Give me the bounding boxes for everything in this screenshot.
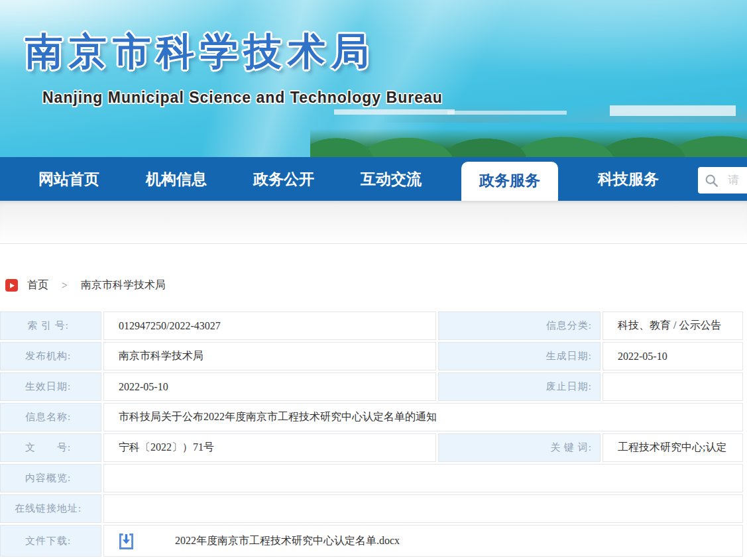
overview-label: 内容概览: [0,464,101,492]
table-row: 索 引 号: 012947250/2022-43027 信息分类: 科技、教育 … [0,311,743,340]
main-nav: 网站首页 机构信息 政务公开 互动交流 政务服务 科技服务 [0,157,747,201]
keywords-value: 工程技术研究中心;认定 [603,433,743,462]
created-date-value: 2022-05-10 [603,342,743,370]
doc-number-value: 宁科〔2022〕）71号 [103,433,436,462]
info-category-label: 信息分类: [438,311,601,340]
document-info-table: 索 引 号: 012947250/2022-43027 信息分类: 科技、教育 … [0,309,745,559]
download-icon[interactable] [119,533,134,550]
header-banner: 南京市科学技术局 Nanjing Municipal Science and T… [0,0,747,157]
table-row: 信息名称: 市科技局关于公布2022年度南京市工程技术研究中心认定名单的通知 [0,403,743,431]
index-number-value: 012947250/2022-43027 [103,311,436,340]
table-row: 内容概览: [0,464,743,492]
file-download-label: 文件下载: [0,525,101,557]
banner-treeline [310,108,747,157]
breadcrumb: 首页 > 南京市科学技术局 [5,278,166,292]
nav-item-gov-services-active[interactable]: 政务服务 [461,162,558,207]
search-input[interactable] [726,173,747,188]
keywords-label: 关 键 词: [438,433,601,462]
table-row: 文 号: 宁科〔2022〕）71号 关 键 词: 工程技术研究中心;认定 [0,433,743,462]
info-name-value: 市科技局关于公布2022年度南京市工程技术研究中心认定名单的通知 [103,403,743,431]
effective-date-label: 生效日期: [0,372,101,401]
issuer-value: 南京市科学技术局 [103,342,436,370]
breadcrumb-home-link[interactable]: 首页 [27,278,48,292]
site-title: 南京市科学技术局 [25,27,375,78]
nav-item-home[interactable]: 网站首页 [32,157,106,201]
download-file-link[interactable]: 2022年度南京市工程技术研究中心认定名单.docx [175,534,400,548]
info-category-value: 科技、教育 / 公示公告 [603,311,743,340]
table-row: 在线链接地址: [0,494,743,523]
index-number-label: 索 引 号: [0,311,101,340]
doc-number-label: 文 号: [0,433,101,462]
repeal-date-label: 废止日期: [438,372,601,401]
overview-value [103,464,743,492]
breadcrumb-current: 南京市科学技术局 [81,278,166,292]
repeal-date-value [603,372,743,401]
table-row: 发布机构: 南京市科学技术局 生成日期: 2022-05-10 [0,342,743,370]
secondary-menu-strip [0,201,747,244]
breadcrumb-separator: > [62,280,68,292]
site-title-english: Nanjing Municipal Science and Technology… [42,89,443,107]
online-link-value [103,494,743,523]
issuer-label: 发布机构: [0,342,101,370]
created-date-label: 生成日期: [438,342,601,370]
effective-date-value: 2022-05-10 [103,372,436,401]
nav-item-org-info[interactable]: 机构信息 [139,157,213,201]
online-link-label: 在线链接地址: [0,494,101,523]
nav-item-gov-disclosure[interactable]: 政务公开 [247,157,321,201]
nav-item-interaction[interactable]: 互动交流 [354,157,428,201]
table-row: 文件下载: 2022年度南京市工程技术研究中心认定名单.docx [0,525,743,557]
search-icon[interactable] [705,174,718,188]
nav-item-tech-services[interactable]: 科技服务 [591,157,665,201]
table-row: 生效日期: 2022-05-10 废止日期: [0,372,743,401]
breadcrumb-play-icon [5,279,18,292]
info-name-label: 信息名称: [0,403,101,431]
search-box[interactable] [698,167,747,194]
